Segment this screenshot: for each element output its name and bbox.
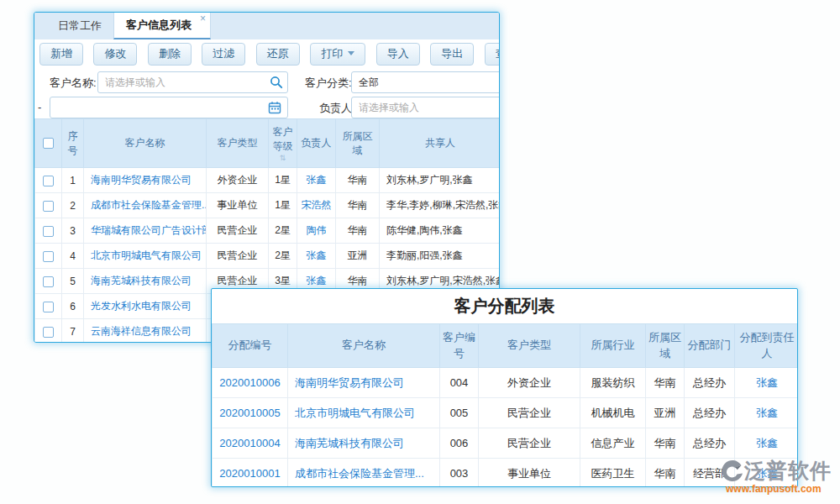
customer-table-header-row: 序号 客户名称 客户类型 客户等级 ⇅ 负责人 所属区域 共享人	[35, 119, 501, 168]
row-checkbox[interactable]	[43, 176, 54, 186]
watermark-url: www.fanpusoft.com	[726, 483, 822, 495]
edit-button[interactable]: 修改	[93, 43, 137, 66]
customer-name-link[interactable]: 北京市明城电气有限公司	[295, 407, 415, 419]
date-range-separator: -	[38, 101, 41, 113]
customer-name-link[interactable]: 海南芜城科技有限公司	[91, 275, 192, 286]
view-log-button[interactable]: 查看日志	[485, 43, 500, 66]
filter-button[interactable]: 过滤	[202, 43, 245, 66]
column-header-dept[interactable]: 分配部门	[685, 324, 735, 368]
column-header-owner[interactable]: 负责人	[297, 119, 336, 168]
owner-link[interactable]: 张鑫	[307, 275, 327, 286]
customer-name-link[interactable]: 海南明华贸易有限公司	[91, 174, 192, 186]
tab-customer-info-list[interactable]: 客户信息列表 ×	[113, 13, 211, 39]
row-checkbox[interactable]	[43, 302, 54, 312]
date-input[interactable]	[50, 97, 288, 118]
column-header-region[interactable]: 所属区域	[336, 119, 380, 168]
customer-level-label: 客户等级	[273, 126, 293, 152]
allocation-id-link[interactable]: 2020010004	[219, 437, 280, 449]
column-header-assignee[interactable]: 分配到责任人	[735, 324, 799, 368]
allocation-window: 客户分配列表 分配编号 客户名称 客户编号 客户类型 所属行业 所属区域 分配部…	[211, 288, 798, 487]
allocation-id-link[interactable]: 2020010001	[219, 467, 280, 480]
owner-link[interactable]: 宋浩然	[302, 199, 332, 211]
allocation-id-link[interactable]: 2020010006	[219, 376, 280, 389]
column-header-allocation-id[interactable]: 分配编号	[213, 324, 288, 368]
table-row[interactable]: 2 成都市社会保险基金管理... 事业单位 1星 宋浩然 华南 李华,李婷,柳琳…	[35, 193, 501, 218]
column-header-shared[interactable]: 共享人	[380, 119, 501, 168]
close-icon[interactable]: ×	[200, 13, 206, 24]
add-button[interactable]: 新增	[39, 43, 83, 66]
table-row[interactable]: 4 北京市明城电气有限公司 民营企业 2星 张鑫 亚洲 李勤丽,阳强,张鑫	[35, 244, 501, 269]
table-row[interactable]: 2020010006 海南明华贸易有限公司 004 外资企业 服装纺织 华南 总…	[213, 368, 799, 398]
row-checkbox[interactable]	[43, 226, 54, 237]
allocation-title: 客户分配列表	[212, 289, 797, 323]
column-header-customer-level[interactable]: 客户等级 ⇅	[269, 119, 297, 168]
restore-button[interactable]: 还原	[256, 43, 300, 66]
allocation-header-row: 分配编号 客户名称 客户编号 客户类型 所属行业 所属区域 分配部门 分配到责任…	[213, 324, 799, 368]
row-checkbox[interactable]	[43, 276, 54, 287]
customer-name-link[interactable]: 华瑞城有限公司广告设计部	[91, 224, 207, 236]
customer-name-link[interactable]: 海南芜城科技有限公司	[295, 437, 404, 449]
owner-label: 负责人:	[319, 101, 355, 116]
customer-category-label: 客户分类:	[305, 76, 352, 91]
assignee-link[interactable]: 张鑫	[756, 437, 778, 449]
fanpu-logo-icon	[721, 459, 744, 483]
import-button[interactable]: 导入	[376, 43, 420, 66]
table-row[interactable]: 1 海南明华贸易有限公司 外资企业 1星 张鑫 华南 刘东林,罗广明,张鑫	[35, 168, 501, 193]
customer-name-label: 客户名称:	[50, 76, 97, 91]
tab-label: 客户信息列表	[126, 18, 192, 31]
tab-bar: 日常工作 客户信息列表 ×	[34, 13, 499, 39]
sort-icon[interactable]: ⇅	[270, 155, 295, 161]
customer-name-link[interactable]: 北京市明城电气有限公司	[91, 249, 202, 261]
assignee-link[interactable]: 张鑫	[756, 376, 778, 389]
assignee-link[interactable]: 张鑫	[756, 407, 778, 419]
table-row[interactable]: 2020010004 海南芜城科技有限公司 006 民营企业 信息产业 华南 总…	[213, 428, 799, 459]
table-row[interactable]: 2020010005 北京市明城电气有限公司 005 民营企业 机械机电 亚洲 …	[213, 398, 799, 428]
column-header-customer-name[interactable]: 客户名称	[288, 324, 440, 368]
watermark-brand: 泛普软件	[744, 457, 832, 485]
row-checkbox[interactable]	[43, 201, 54, 212]
print-button[interactable]: 打印	[310, 43, 365, 66]
customer-name-link[interactable]: 成都市社会保险基金管理...	[295, 467, 424, 480]
select-all-checkbox[interactable]	[43, 138, 54, 149]
tab-daily-work[interactable]: 日常工作	[46, 13, 113, 39]
column-header-customer-name[interactable]: 客户名称	[84, 119, 207, 168]
table-row[interactable]: 3 华瑞城有限公司广告设计部 民营企业 2星 陶伟 华南 陈华健,陶伟,张鑫	[35, 218, 501, 244]
customer-name-input[interactable]	[97, 71, 288, 93]
column-header-customer-code[interactable]: 客户编号	[440, 324, 479, 368]
calendar-icon[interactable]	[268, 101, 281, 114]
customer-category-select[interactable]	[351, 71, 500, 93]
column-header-customer-type[interactable]: 客户类型	[479, 324, 580, 368]
column-header-no[interactable]: 序号	[62, 119, 84, 168]
caret-down-icon	[348, 51, 354, 55]
column-header-customer-type[interactable]: 客户类型	[207, 119, 269, 168]
desktop: 日常工作 客户信息列表 × 新增 修改 删除 过滤 还原 打印 导入 导出 查看…	[0, 0, 840, 504]
column-header-region[interactable]: 所属区域	[646, 324, 685, 368]
delete-button[interactable]: 删除	[148, 43, 192, 66]
toolbar: 新增 修改 删除 过滤 还原 打印 导入 导出 查看日志	[34, 39, 499, 66]
row-checkbox[interactable]	[43, 327, 54, 338]
table-row[interactable]: 2020010001 成都市社会保险基金管理... 003 事业单位 医药卫生 …	[213, 459, 799, 488]
search-icon[interactable]	[270, 76, 283, 89]
filter-area: 客户名称: 客户分类: - 负责人:	[34, 66, 499, 118]
allocation-table: 分配编号 客户名称 客户编号 客户类型 所属行业 所属区域 分配部门 分配到责任…	[212, 323, 798, 487]
print-label: 打印	[321, 47, 343, 60]
customer-name-link[interactable]: 成都市社会保险基金管理...	[91, 199, 207, 211]
row-checkbox[interactable]	[43, 251, 54, 262]
customer-name-link[interactable]: 海南明华贸易有限公司	[295, 376, 404, 389]
column-header-industry[interactable]: 所属行业	[580, 324, 646, 368]
watermark: 泛普软件 www.fanpusoft.com	[721, 457, 840, 501]
owner-input[interactable]	[351, 97, 500, 118]
customer-name-link[interactable]: 云南海祥信息有限公司	[91, 325, 192, 337]
customer-name-link[interactable]: 光发水利水电有限公司	[91, 300, 192, 312]
owner-link[interactable]: 张鑫	[307, 249, 327, 261]
owner-link[interactable]: 陶伟	[307, 224, 327, 236]
export-button[interactable]: 导出	[430, 43, 474, 66]
owner-link[interactable]: 张鑫	[307, 174, 327, 186]
allocation-id-link[interactable]: 2020010005	[219, 407, 280, 419]
